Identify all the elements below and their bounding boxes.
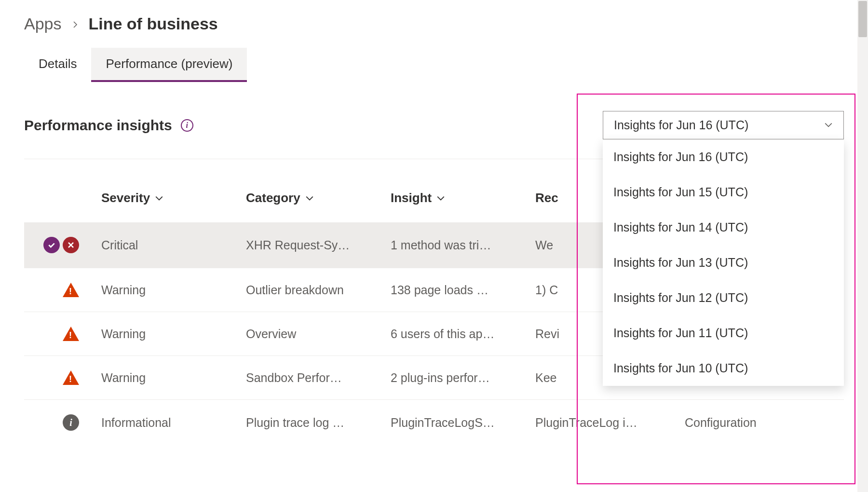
dropdown-option[interactable]: Insights for Jun 12 (UTC) <box>603 280 844 315</box>
severity-cell: Warning <box>101 327 246 341</box>
info-icon[interactable]: i <box>181 119 193 132</box>
dropdown-option[interactable]: Insights for Jun 15 (UTC) <box>603 175 844 210</box>
severity-cell: Critical <box>101 238 246 252</box>
insight-cell: 138 page loads … <box>391 283 535 297</box>
category-cell: Outlier breakdown <box>246 283 391 297</box>
column-header-category[interactable]: Category <box>246 191 391 205</box>
breadcrumb-root[interactable]: Apps <box>24 14 62 33</box>
category-cell: XHR Request-Sy… <box>246 238 391 252</box>
insight-cell: 2 plug-ins perfor… <box>391 371 535 385</box>
column-header-severity[interactable]: Severity <box>101 191 246 205</box>
severity-cell: Warning <box>101 283 246 297</box>
breadcrumb: Apps Line of business <box>24 14 844 33</box>
breadcrumb-current: Line of business <box>89 14 218 33</box>
category-cell: Overview <box>246 327 391 341</box>
tab-performance[interactable]: Performance (preview) <box>91 48 247 82</box>
dropdown-option[interactable]: Insights for Jun 13 (UTC) <box>603 245 844 280</box>
chevron-down-icon <box>155 194 163 203</box>
insight-cell: 1 method was tri… <box>391 238 535 252</box>
section-title: Performance insights <box>24 117 172 134</box>
chevron-right-icon <box>71 16 79 32</box>
date-dropdown-trigger[interactable]: Insights for Jun 16 (UTC) <box>603 111 844 139</box>
warning-icon <box>63 327 79 341</box>
dropdown-option[interactable]: Insights for Jun 10 (UTC) <box>603 351 844 386</box>
table-row[interactable]: i Informational Plugin trace log … Plugi… <box>24 400 844 445</box>
category-cell: Sandbox Perfor… <box>246 371 391 385</box>
dropdown-option[interactable]: Insights for Jun 11 (UTC) <box>603 315 844 351</box>
tabs: Details Performance (preview) <box>24 48 844 82</box>
critical-icon <box>63 237 79 253</box>
severity-cell: Informational <box>101 416 246 430</box>
scrollbar[interactable] <box>857 0 868 492</box>
severity-cell: Warning <box>101 371 246 385</box>
tab-details[interactable]: Details <box>24 48 91 82</box>
warning-icon <box>63 370 79 385</box>
date-dropdown: Insights for Jun 16 (UTC) Insights for J… <box>603 111 844 139</box>
insight-cell: 6 users of this ap… <box>391 327 535 341</box>
recommendation-cell: PluginTraceLog i… <box>535 416 685 430</box>
category-cell: Plugin trace log … <box>246 416 391 430</box>
date-dropdown-selected: Insights for Jun 16 (UTC) <box>614 118 748 132</box>
date-dropdown-menu: Insights for Jun 16 (UTC) Insights for J… <box>603 139 844 386</box>
checkmark-icon <box>43 237 60 253</box>
dropdown-option[interactable]: Insights for Jun 14 (UTC) <box>603 210 844 245</box>
warning-icon <box>63 283 79 297</box>
chevron-down-icon <box>436 194 445 203</box>
chevron-down-icon <box>305 194 314 203</box>
insight-cell: PluginTraceLogS… <box>391 416 535 430</box>
informational-icon: i <box>63 414 79 431</box>
chevron-down-icon <box>824 118 833 132</box>
area-cell: Configuration <box>685 416 844 430</box>
column-header-insight[interactable]: Insight <box>391 191 535 205</box>
dropdown-option[interactable]: Insights for Jun 16 (UTC) <box>603 139 844 175</box>
scrollbar-thumb[interactable] <box>858 1 867 37</box>
